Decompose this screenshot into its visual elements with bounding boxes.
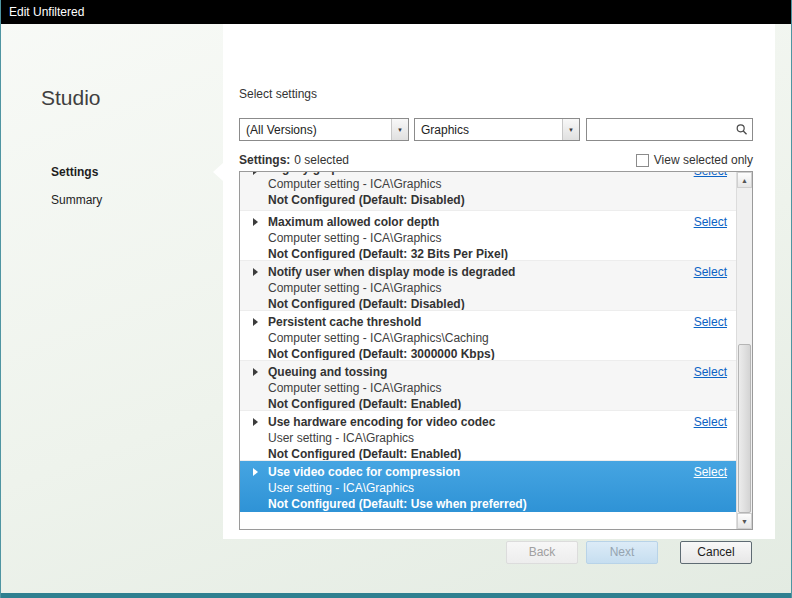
setting-scope: Computer setting - ICA\Graphics <box>268 230 676 246</box>
setting-row-selected[interactable]: Use video codec for compression User set… <box>240 461 736 512</box>
expander-icon[interactable] <box>253 468 258 476</box>
select-link[interactable]: Select <box>694 265 727 279</box>
window-title: Edit Unfiltered <box>9 5 84 19</box>
setting-row[interactable]: Legacy graphics mode Computer setting - … <box>240 172 736 211</box>
setting-scope: Computer setting - ICA\Graphics <box>268 280 676 296</box>
setting-title: Notify user when display mode is degrade… <box>268 264 676 280</box>
expander-icon[interactable] <box>253 368 258 376</box>
scroll-up-button[interactable]: ▲ <box>737 172 752 188</box>
expander-icon[interactable] <box>253 418 258 426</box>
settings-list: Legacy graphics mode Computer setting - … <box>239 171 753 530</box>
next-button[interactable]: Next <box>586 541 658 564</box>
setting-title: Queuing and tossing <box>268 364 676 380</box>
setting-status: Not Configured (Default: Enabled) <box>268 446 676 461</box>
list-summary-row: Settings:0 selected View selected only <box>239 152 753 168</box>
expander-icon[interactable] <box>253 268 258 276</box>
chevron-down-icon: ▼ <box>391 119 408 140</box>
version-dropdown-value: (All Versions) <box>240 123 391 137</box>
expander-icon[interactable] <box>253 172 258 175</box>
select-link[interactable]: Select <box>694 415 727 429</box>
settings-list-rows: Legacy graphics mode Computer setting - … <box>240 172 736 529</box>
setting-scope: Computer setting - ICA\Graphics\Caching <box>268 330 676 346</box>
setting-status: Not Configured (Default: Disabled) <box>268 192 676 208</box>
view-selected-only-toggle[interactable]: View selected only <box>636 153 753 167</box>
page-title: Select settings <box>239 87 317 101</box>
category-dropdown[interactable]: Graphics ▼ <box>414 118 580 141</box>
back-button[interactable]: Back <box>506 541 578 564</box>
expander-icon[interactable] <box>253 218 258 226</box>
setting-title: Persistent cache threshold <box>268 314 676 330</box>
cancel-button[interactable]: Cancel <box>680 541 752 564</box>
titlebar: Edit Unfiltered <box>1 0 791 24</box>
setting-title: Maximum allowed color depth <box>268 214 676 230</box>
sidebar-item-summary[interactable]: Summary <box>51 192 102 208</box>
sidebar-item-settings[interactable]: Settings <box>51 164 102 180</box>
setting-status: Not Configured (Default: 3000000 Kbps) <box>268 346 676 361</box>
search-input[interactable] <box>587 119 730 140</box>
setting-row[interactable]: Persistent cache threshold Computer sett… <box>240 311 736 361</box>
studio-logo: Studio <box>41 86 101 110</box>
filter-row: (All Versions) ▼ Graphics ▼ <box>239 118 753 141</box>
scrollbar[interactable]: ▲ ▼ <box>736 172 752 529</box>
search-icon[interactable] <box>730 123 752 136</box>
setting-row[interactable]: Maximum allowed color depth Computer set… <box>240 211 736 261</box>
select-link[interactable]: Select <box>694 365 727 379</box>
view-selected-only-label: View selected only <box>654 153 753 167</box>
setting-status: Not Configured (Default: Use when prefer… <box>268 496 676 512</box>
active-step-notch <box>213 163 223 181</box>
settings-panel: Select settings (All Versions) ▼ Graphic… <box>223 24 775 539</box>
scrollbar-thumb[interactable] <box>738 344 751 513</box>
setting-row[interactable]: Queuing and tossing Computer setting - I… <box>240 361 736 411</box>
setting-scope: Computer setting - ICA\Graphics <box>268 380 676 396</box>
category-dropdown-value: Graphics <box>415 123 562 137</box>
settings-selected-count: Settings:0 selected <box>239 153 349 167</box>
version-dropdown[interactable]: (All Versions) ▼ <box>239 118 409 141</box>
select-link[interactable]: Select <box>694 315 727 329</box>
scrollbar-track[interactable] <box>737 188 752 513</box>
setting-row[interactable]: Use hardware encoding for video codec Us… <box>240 411 736 461</box>
setting-status: Not Configured (Default: Enabled) <box>268 396 676 411</box>
setting-title: Use hardware encoding for video codec <box>268 414 676 430</box>
wizard-steps: Settings Summary <box>51 164 102 220</box>
dialog-body: Studio Settings Summary Select settings … <box>1 24 791 593</box>
chevron-down-icon: ▼ <box>562 119 579 140</box>
setting-status: Not Configured (Default: Disabled) <box>268 296 676 311</box>
expander-icon[interactable] <box>253 318 258 326</box>
window-bottom-border <box>1 593 791 598</box>
setting-status: Not Configured (Default: 32 Bits Per Pix… <box>268 246 676 261</box>
setting-scope: User setting - ICA\Graphics <box>268 480 676 496</box>
search-box <box>586 118 753 141</box>
setting-row[interactable]: Notify user when display mode is degrade… <box>240 261 736 311</box>
setting-title: Use video codec for compression <box>268 464 676 480</box>
scroll-down-button[interactable]: ▼ <box>737 513 752 529</box>
select-link[interactable]: Select <box>694 172 727 178</box>
setting-scope: Computer setting - ICA\Graphics <box>268 176 676 192</box>
setting-scope: User setting - ICA\Graphics <box>268 430 676 446</box>
edit-unfiltered-dialog: Edit Unfiltered Studio Settings Summary … <box>0 0 792 598</box>
select-link[interactable]: Select <box>694 465 727 479</box>
view-selected-only-checkbox[interactable] <box>636 154 649 167</box>
select-link[interactable]: Select <box>694 215 727 229</box>
